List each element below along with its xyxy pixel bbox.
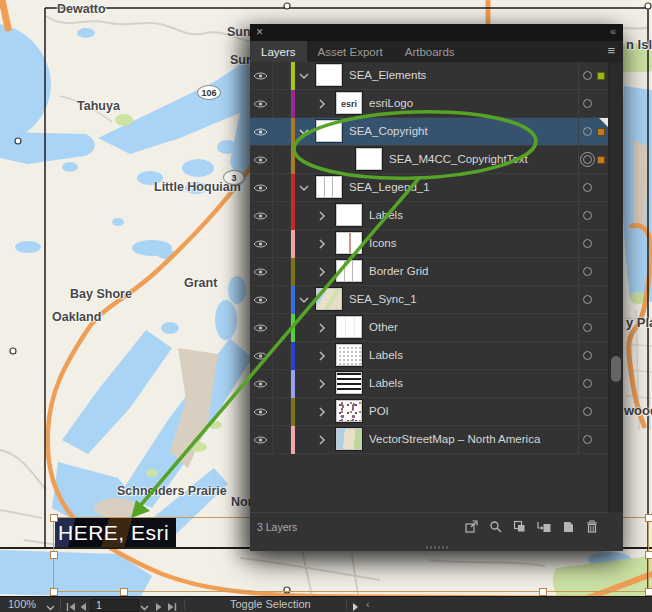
visibility-eye-icon[interactable] — [253, 155, 269, 165]
layer-name[interactable]: POI — [369, 405, 389, 417]
tab-artboards[interactable]: Artboards — [394, 41, 466, 62]
selection-handle[interactable] — [645, 551, 652, 559]
target-circle[interactable] — [583, 351, 592, 360]
target-circle[interactable] — [583, 99, 592, 108]
target-circle[interactable] — [583, 267, 592, 276]
layer-name[interactable]: Labels — [369, 349, 403, 361]
layer-name[interactable]: SEA_Copyright — [349, 125, 428, 137]
target-circle[interactable] — [583, 71, 592, 80]
layer-thumbnail[interactable] — [336, 400, 362, 422]
trash-icon[interactable] — [586, 520, 598, 533]
visibility-eye-icon[interactable] — [253, 295, 269, 305]
visibility-eye-icon[interactable] — [253, 71, 269, 81]
chevron-down-icon[interactable] — [299, 295, 310, 306]
layer-thumbnail[interactable] — [336, 344, 362, 366]
layer-name[interactable]: SEA_M4CC_CopyrightText — [389, 153, 528, 165]
layer-row[interactable]: Other — [250, 314, 608, 342]
status-expand-icon[interactable] — [352, 601, 359, 612]
selection-handle[interactable] — [50, 514, 58, 522]
tab-layers[interactable]: Layers — [250, 41, 307, 62]
layer-name[interactable]: SEA_Elements — [349, 69, 426, 81]
target-circle[interactable] — [583, 211, 592, 220]
selection-handle[interactable] — [645, 588, 652, 596]
target-circle[interactable] — [583, 239, 592, 248]
layer-row[interactable]: Labels — [250, 370, 608, 398]
chevron-down-icon[interactable] — [299, 183, 310, 194]
last-artboard-icon[interactable] — [167, 601, 177, 612]
visibility-eye-icon[interactable] — [253, 239, 269, 249]
collapse-panel-icon[interactable]: « — [610, 25, 615, 37]
collect-for-export-icon[interactable] — [465, 520, 478, 533]
chevron-down-icon[interactable] — [299, 127, 310, 138]
visibility-eye-icon[interactable] — [253, 183, 269, 193]
target-circle[interactable] — [583, 295, 592, 304]
visibility-eye-icon[interactable] — [253, 435, 269, 445]
selection-handle[interactable] — [50, 551, 58, 559]
layer-name[interactable]: Labels — [369, 377, 403, 389]
target-circle[interactable] — [583, 435, 592, 444]
layer-row[interactable]: Border Grid — [250, 258, 608, 286]
layer-name[interactable]: VectorStreetMap – North America — [369, 433, 540, 445]
layer-thumbnail[interactable] — [356, 148, 382, 170]
layer-name[interactable]: esriLogo — [369, 97, 413, 109]
layer-thumbnail[interactable] — [316, 64, 342, 86]
target-circle[interactable] — [583, 407, 592, 416]
target-circle[interactable] — [583, 183, 592, 192]
layer-thumbnail[interactable] — [336, 260, 362, 282]
layer-name[interactable]: Other — [369, 321, 398, 333]
layer-thumbnail[interactable] — [316, 176, 342, 198]
chevron-right-icon[interactable] — [317, 211, 328, 222]
artboard-dropdown-icon[interactable] — [140, 601, 149, 612]
new-sublayer-icon[interactable] — [537, 520, 551, 533]
layer-row[interactable]: Labels — [250, 342, 608, 370]
chevron-right-icon[interactable] — [317, 351, 328, 362]
target-circle[interactable] — [583, 379, 592, 388]
layer-thumbnail[interactable]: esri — [336, 92, 362, 114]
visibility-eye-icon[interactable] — [253, 127, 269, 137]
visibility-eye-icon[interactable] — [253, 267, 269, 277]
close-icon[interactable]: × — [256, 25, 263, 39]
chevron-down-icon[interactable] — [299, 71, 310, 82]
layer-row[interactable]: VectorStreetMap – North America — [250, 426, 608, 454]
zoom-level[interactable]: 100% — [8, 598, 36, 610]
layer-name[interactable]: SEA_Sync_1 — [349, 293, 417, 305]
layer-name[interactable]: Border Grid — [369, 265, 428, 277]
layer-thumbnail[interactable] — [336, 428, 362, 450]
first-artboard-icon[interactable] — [66, 601, 76, 612]
layer-thumbnail[interactable] — [336, 232, 362, 254]
selection-handle[interactable] — [539, 588, 547, 596]
panel-scrollbar[interactable] — [608, 62, 623, 512]
layer-row[interactable]: Labels — [250, 202, 608, 230]
chevron-right-icon[interactable] — [317, 323, 328, 334]
layer-thumbnail[interactable] — [336, 204, 362, 226]
layer-thumbnail[interactable] — [316, 288, 342, 310]
visibility-eye-icon[interactable] — [253, 379, 269, 389]
next-artboard-icon[interactable] — [155, 601, 163, 612]
layer-row[interactable]: esri esriLogo — [250, 90, 608, 118]
layer-name[interactable]: Icons — [369, 237, 397, 249]
chevron-right-icon[interactable] — [317, 379, 328, 390]
scrollbar-thumb[interactable] — [611, 356, 621, 382]
chevron-right-icon[interactable] — [317, 99, 328, 110]
layer-row[interactable]: SEA_M4CC_CopyrightText — [250, 146, 608, 174]
layer-row[interactable]: POI — [250, 398, 608, 426]
tab-asset-export[interactable]: Asset Export — [307, 41, 394, 62]
locate-object-icon[interactable] — [489, 520, 502, 533]
layer-row[interactable]: SEA_Sync_1 — [250, 286, 608, 314]
panel-menu-icon[interactable]: ≡ — [607, 43, 615, 58]
selection-handle[interactable] — [645, 514, 652, 522]
selection-handle[interactable] — [120, 588, 128, 596]
chevron-right-icon[interactable] — [317, 407, 328, 418]
chevron-right-icon[interactable] — [317, 239, 328, 250]
target-circle[interactable] — [583, 155, 592, 164]
target-circle[interactable] — [583, 323, 592, 332]
visibility-eye-icon[interactable] — [253, 351, 269, 361]
layer-row-selected[interactable]: SEA_Copyright — [250, 118, 608, 146]
layer-thumbnail[interactable] — [316, 120, 342, 142]
layer-thumbnail[interactable] — [336, 316, 362, 338]
clipping-mask-icon[interactable] — [513, 520, 526, 533]
visibility-eye-icon[interactable] — [253, 99, 269, 109]
artboard-number-field[interactable]: 1 — [90, 599, 139, 612]
visibility-eye-icon[interactable] — [253, 407, 269, 417]
panel-resize-grip[interactable] — [426, 546, 448, 549]
